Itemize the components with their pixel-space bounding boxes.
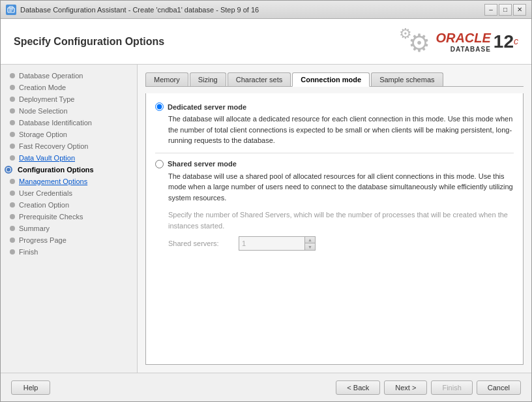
active-step-indicator xyxy=(5,166,12,174)
minimize-button[interactable]: – xyxy=(484,4,497,16)
dot-node-selection xyxy=(10,108,15,114)
dot-storage-option xyxy=(10,132,15,137)
shared-servers-input[interactable] xyxy=(239,237,304,250)
dot-prerequisite-checks xyxy=(10,214,15,219)
sidebar-item-storage-option: Storage Option xyxy=(1,129,137,140)
tabs-row: Memory Sizing Character sets Connection … xyxy=(145,72,524,87)
dedicated-server-description: The database will allocate a dedicated r… xyxy=(168,114,514,146)
maximize-button[interactable]: □ xyxy=(499,4,512,16)
title-bar-left: Database Configuration Assistant - Creat… xyxy=(6,5,259,15)
close-button[interactable]: ✕ xyxy=(513,4,526,16)
window-controls: – □ ✕ xyxy=(484,4,526,16)
sidebar-item-creation-mode: Creation Mode xyxy=(1,82,137,93)
dot-database-identification xyxy=(10,120,15,125)
spinner-buttons: ▲ ▼ xyxy=(304,237,315,250)
sidebar-item-data-vault[interactable]: Data Vault Option xyxy=(1,152,137,164)
sidebar-item-database-operation: Database Operation xyxy=(1,70,137,82)
next-button[interactable]: Next > xyxy=(384,380,427,395)
dedicated-server-option: Dedicated server mode The database will … xyxy=(155,102,514,146)
page-title-text: Specify Configuration Options xyxy=(14,36,164,47)
header: Specify Configuration Options ⚙ ⚙ ORACLE… xyxy=(1,19,531,65)
footer: Help < Back Next > Finish Cancel xyxy=(1,373,531,401)
active-step-dot xyxy=(7,168,10,172)
tab-sizing[interactable]: Sizing xyxy=(190,72,226,86)
sidebar-item-progress-page: Progress Page xyxy=(1,234,137,246)
shared-servers-label: Shared servers: xyxy=(168,240,233,247)
dot-user-credentials xyxy=(10,191,15,196)
tab-content-connection-mode: Dedicated server mode The database will … xyxy=(145,93,524,365)
cancel-button[interactable]: Cancel xyxy=(477,380,521,395)
sidebar-item-deployment-type: Deployment Type xyxy=(1,93,137,105)
shared-server-description: The database will use a shared pool of a… xyxy=(168,171,514,204)
big-gear-icon: ⚙ xyxy=(408,29,430,57)
app-icon xyxy=(6,5,16,15)
oracle-logo: ORACLE DATABASE 12c xyxy=(436,31,518,53)
sidebar-item-configuration-options: Configuration Options xyxy=(1,164,137,176)
sidebar-item-node-selection: Node Selection xyxy=(1,105,137,117)
tab-sample-schemas[interactable]: Sample schemas xyxy=(371,72,443,86)
back-button[interactable]: < Back xyxy=(336,380,380,395)
dedicated-server-label[interactable]: Dedicated server mode xyxy=(155,102,514,111)
dot-database-operation xyxy=(10,73,15,78)
footer-left: Help xyxy=(11,380,50,395)
main-content: Database Operation Creation Mode Deploym… xyxy=(1,65,531,373)
dot-deployment-type xyxy=(10,97,15,102)
sidebar-item-user-credentials: User Credentials xyxy=(1,187,137,199)
finish-button[interactable]: Finish xyxy=(431,380,472,395)
dot-creation-option xyxy=(10,202,15,208)
main-window: Database Configuration Assistant - Creat… xyxy=(0,0,532,402)
shared-server-label[interactable]: Shared server mode xyxy=(155,160,514,168)
tab-character-sets[interactable]: Character sets xyxy=(228,72,291,86)
spinner-down-button[interactable]: ▼ xyxy=(304,243,315,250)
dot-fast-recovery xyxy=(10,144,15,149)
shared-server-option: Shared server mode The database will use… xyxy=(155,160,514,204)
sidebar-item-database-identification: Database Identification xyxy=(1,117,137,129)
shared-servers-spinner[interactable]: ▲ ▼ xyxy=(239,236,316,251)
tab-connection-mode[interactable]: Connection mode xyxy=(292,72,370,87)
options-divider xyxy=(155,153,514,153)
sidebar-item-fast-recovery: Fast Recovery Option xyxy=(1,140,137,152)
help-button[interactable]: Help xyxy=(11,380,50,395)
oracle-version-suffix: c xyxy=(514,36,518,46)
dot-management-options xyxy=(10,179,15,184)
sidebar-item-prerequisite-checks: Prerequisite Checks xyxy=(1,211,137,223)
footer-right: < Back Next > Finish Cancel xyxy=(336,380,521,395)
oracle-brand-text: ORACLE xyxy=(436,31,490,45)
spinner-up-button[interactable]: ▲ xyxy=(304,237,315,243)
title-bar: Database Configuration Assistant - Creat… xyxy=(1,1,531,19)
sidebar-item-creation-option: Creation Option xyxy=(1,199,137,211)
dot-data-vault xyxy=(10,155,15,161)
dot-creation-mode xyxy=(10,85,15,90)
shared-servers-row: Shared servers: ▲ ▼ xyxy=(168,236,514,251)
dot-finish xyxy=(10,249,15,255)
sidebar-item-finish: Finish xyxy=(1,246,137,258)
sidebar: Database Operation Creation Mode Deploym… xyxy=(1,65,138,373)
shared-servers-hint: Specify the number of Shared Servers, wh… xyxy=(168,209,514,231)
dedicated-server-radio[interactable] xyxy=(155,102,164,111)
gear-decoration: ⚙ ⚙ xyxy=(378,25,430,58)
window-title: Database Configuration Assistant - Creat… xyxy=(20,6,259,14)
page-title: Specify Configuration Options xyxy=(14,36,164,48)
sidebar-item-management-options[interactable]: Management Options xyxy=(1,176,137,187)
dot-summary xyxy=(10,226,15,231)
shared-server-radio[interactable] xyxy=(155,160,164,168)
content-area: Memory Sizing Character sets Connection … xyxy=(138,65,531,373)
dot-progress-page xyxy=(10,238,15,243)
oracle-database-label: DATABASE xyxy=(436,46,490,53)
sidebar-item-summary: Summary xyxy=(1,223,137,234)
oracle-version: 12 xyxy=(494,31,514,52)
tab-memory[interactable]: Memory xyxy=(145,72,188,86)
